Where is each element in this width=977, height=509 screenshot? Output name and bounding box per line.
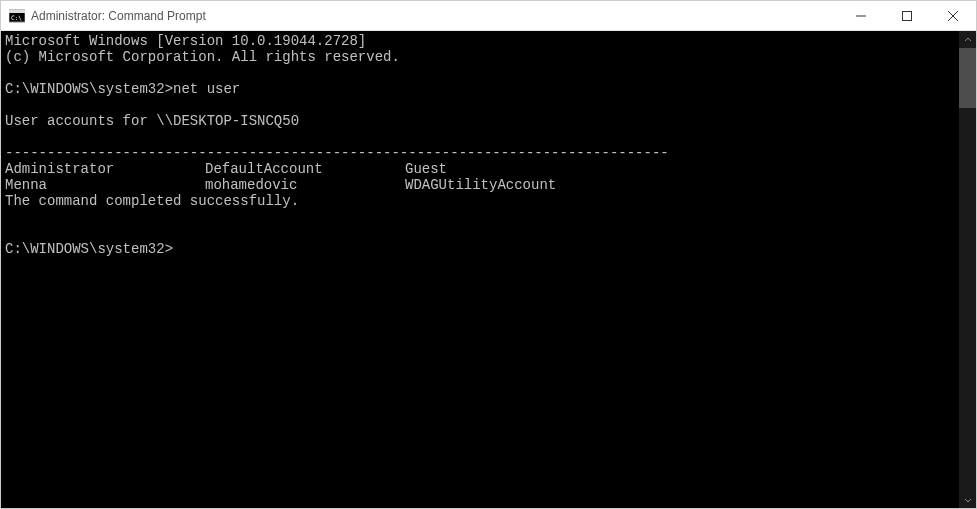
vertical-scrollbar[interactable] <box>959 31 976 508</box>
copyright-line: (c) Microsoft Corporation. All rights re… <box>5 49 400 65</box>
output-header: User accounts for \\DESKTOP-ISNCQ50 <box>5 113 299 129</box>
scroll-up-arrow-icon[interactable] <box>959 31 976 48</box>
command-prompt-window: C:\ Administrator: Command Prompt Micros… <box>0 0 977 509</box>
window-controls <box>838 1 976 30</box>
window-title: Administrator: Command Prompt <box>31 9 838 23</box>
svg-text:C:\: C:\ <box>11 14 22 21</box>
titlebar[interactable]: C:\ Administrator: Command Prompt <box>1 1 976 31</box>
terminal-output[interactable]: Microsoft Windows [Version 10.0.19044.27… <box>1 31 959 508</box>
prompt-path: C:\WINDOWS\system32> <box>5 81 173 97</box>
scroll-thumb[interactable] <box>959 48 976 108</box>
close-button[interactable] <box>930 1 976 30</box>
user-row: MennamohamedovicWDAGUtilityAccount <box>5 177 556 193</box>
cursor <box>173 243 181 257</box>
user-cell: Administrator <box>5 161 205 177</box>
scroll-track[interactable] <box>959 48 976 491</box>
entered-command: net user <box>173 81 240 97</box>
svg-rect-1 <box>9 10 25 13</box>
minimize-button[interactable] <box>838 1 884 30</box>
user-cell: DefaultAccount <box>205 161 405 177</box>
version-line: Microsoft Windows [Version 10.0.19044.27… <box>5 33 366 49</box>
terminal-container: Microsoft Windows [Version 10.0.19044.27… <box>1 31 976 508</box>
user-cell: Menna <box>5 177 205 193</box>
app-icon: C:\ <box>9 8 25 24</box>
completion-message: The command completed successfully. <box>5 193 299 209</box>
separator-line: ----------------------------------------… <box>5 145 669 161</box>
user-cell: WDAGUtilityAccount <box>405 177 556 193</box>
user-cell: Guest <box>405 161 447 177</box>
prompt-path: C:\WINDOWS\system32> <box>5 241 173 257</box>
user-row: AdministratorDefaultAccountGuest <box>5 161 447 177</box>
maximize-button[interactable] <box>884 1 930 30</box>
scroll-down-arrow-icon[interactable] <box>959 491 976 508</box>
user-cell: mohamedovic <box>205 177 405 193</box>
svg-rect-4 <box>903 11 912 20</box>
